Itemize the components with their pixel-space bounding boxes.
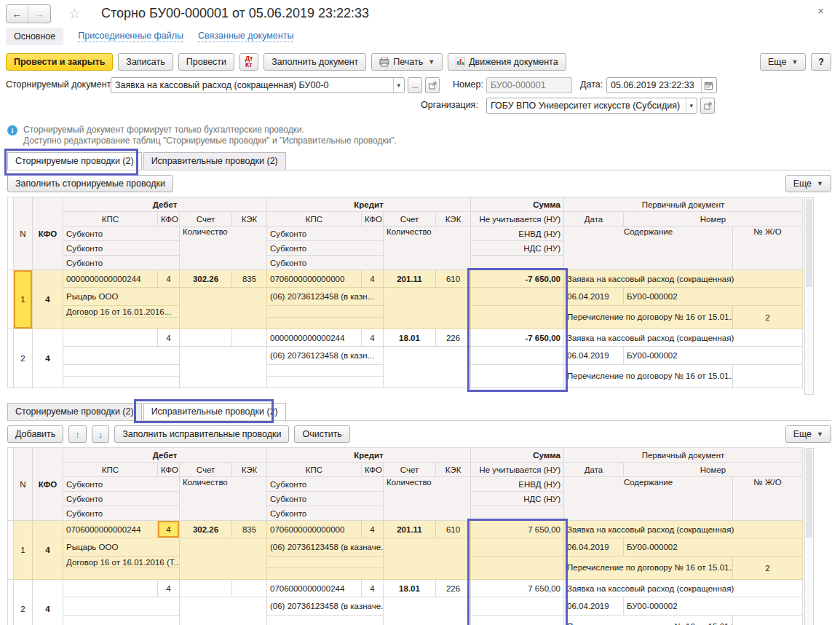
cell-credit-subkonto-3[interactable] (267, 568, 384, 580)
close-icon[interactable]: × (817, 4, 824, 17)
cell-debit-subkonto-3[interactable] (63, 568, 180, 580)
more-button-top[interactable]: Еще▼ (760, 53, 806, 71)
cell-nds[interactable] (471, 365, 564, 388)
row-marker[interactable] (8, 329, 14, 388)
move-down-button[interactable]: ↓ (92, 425, 110, 443)
row-marker[interactable] (8, 580, 14, 625)
open-organization-button[interactable] (700, 98, 715, 114)
cell-envd[interactable] (471, 288, 564, 306)
tab-storno-postings[interactable]: Сторнируемые проводки (2) (7, 152, 142, 170)
cell-content[interactable]: Перечисление по договору № 16 от 15.01.2… (564, 306, 733, 329)
favorite-star-icon[interactable]: ☆ (68, 5, 81, 22)
link-linked-documents[interactable]: Связанные документы (198, 31, 293, 42)
more-button-storno[interactable]: Еще▼ (785, 175, 831, 192)
cell-debit-kfo[interactable]: 4 (158, 580, 180, 597)
cell-sum[interactable]: -7 650,00 (471, 329, 564, 347)
cell-credit-kps[interactable]: 0000000000000244 (267, 329, 362, 347)
cell-sum[interactable]: -7 650,00 (471, 270, 564, 288)
cell-doc-date[interactable]: 06.04.2019 (564, 597, 624, 616)
row-marker[interactable] (8, 521, 14, 580)
cell-credit-subkonto-2[interactable] (267, 365, 384, 377)
cell-credit-kfo[interactable]: 4 (362, 270, 384, 288)
calendar-icon[interactable] (701, 78, 713, 93)
cell-debit-kps[interactable]: 0000000000000244 (63, 270, 158, 288)
cell-debit-qty[interactable] (180, 288, 267, 329)
cell-nds[interactable] (471, 557, 564, 580)
cell-sum[interactable]: 7 650,00 (471, 521, 564, 538)
cell-debit-kek[interactable] (232, 329, 267, 347)
cell-row-number[interactable]: 1 (14, 521, 33, 580)
fill-storno-postings-button[interactable]: Заполнить сторнируемые проводки (7, 175, 173, 192)
cell-doc-number[interactable]: БУ00-000002 (624, 538, 803, 557)
cell-credit-kek[interactable]: 226 (436, 329, 471, 347)
cell-credit-subkonto-3[interactable] (267, 318, 384, 329)
cell-doc-date[interactable]: 06.04.2019 (564, 288, 624, 306)
cell-row-number[interactable]: 1 (14, 270, 33, 329)
table-row[interactable]: 2 4 4 0706000000000244 4 18.01 226 7 650… (8, 580, 803, 597)
cell-doc-name[interactable]: Заявка на кассовый расход (сокращенная) (564, 521, 803, 538)
help-button[interactable]: ? (811, 53, 831, 71)
number-field[interactable]: БУ00-000001 (486, 77, 572, 93)
cell-doc-name[interactable]: Заявка на кассовый расход (сокращенная) (564, 270, 803, 288)
cell-kfo[interactable]: 4 (33, 329, 63, 388)
table-row[interactable]: (06) 20736123458 (в казначе... 06.04.201… (8, 597, 803, 616)
cell-debit-subkonto-2[interactable] (63, 616, 180, 625)
clear-button[interactable]: Очистить (294, 425, 349, 443)
tab-corrective-postings[interactable]: Исправительные проводки (2) (143, 152, 286, 170)
cell-row-number[interactable]: 2 (14, 329, 33, 388)
cell-doc-name[interactable]: Заявка на кассовый расход (сокращенная) (564, 329, 803, 347)
cell-envd[interactable] (471, 347, 564, 365)
open-document-button[interactable] (425, 77, 440, 93)
cell-debit-kps[interactable]: 0706000000000244 (63, 521, 158, 538)
cell-credit-kfo[interactable]: 4 (362, 329, 384, 347)
fill-corrective-postings-button[interactable]: Заполнить исправительные проводки (114, 425, 289, 443)
table-row[interactable]: 1 4 0706000000000244 4 302.26 835 070600… (8, 521, 803, 538)
cell-debit-account[interactable]: 302.26 (180, 521, 232, 538)
tab-storno-postings[interactable]: Сторнируемые проводки (2) (7, 403, 142, 420)
cell-credit-kps[interactable]: 0706000000000244 (267, 580, 362, 597)
cell-nds[interactable] (471, 306, 564, 329)
back-button[interactable]: ← (7, 5, 28, 23)
cell-row-number[interactable]: 2 (14, 580, 33, 625)
cell-credit-kps[interactable]: 0706000000000000 (267, 270, 362, 288)
cell-debit-account[interactable] (180, 329, 232, 347)
cell-doc-date[interactable]: 06.04.2019 (564, 347, 624, 365)
cell-credit-qty[interactable] (384, 288, 471, 329)
cell-credit-kfo[interactable]: 4 (362, 521, 384, 538)
cell-doc-number[interactable]: БУ00-000002 (624, 288, 803, 306)
cell-debit-qty[interactable] (180, 597, 267, 625)
cell-sum[interactable]: 7 650,00 (471, 580, 564, 597)
cell-credit-kps[interactable]: 0706000000000000 (267, 521, 362, 538)
cell-nds[interactable] (471, 616, 564, 625)
cell-credit-subkonto-2[interactable] (267, 306, 384, 318)
chevron-down-icon[interactable]: ▾ (393, 78, 400, 93)
storno-doc-combobox[interactable]: Заявка на кассовый расход (сокращенная) … (111, 77, 405, 93)
dtkt-button[interactable]: ДтКт (239, 53, 258, 71)
cell-credit-qty[interactable] (384, 597, 471, 625)
cell-debit-kfo[interactable]: 4 (158, 521, 180, 538)
cell-credit-kek[interactable]: 610 (436, 521, 471, 538)
cell-credit-kfo[interactable]: 4 (362, 580, 384, 597)
cell-debit-subkonto-1[interactable]: Рыцарь ООО (63, 288, 180, 306)
cell-credit-account[interactable]: 201.11 (384, 521, 436, 538)
cell-debit-account[interactable]: 302.26 (180, 270, 232, 288)
cell-credit-account[interactable]: 18.01 (384, 580, 436, 597)
print-button[interactable]: Печать▼ (371, 53, 443, 71)
date-field[interactable]: 05.06.2019 23:22:33 (606, 77, 717, 93)
cell-debit-kek[interactable]: 835 (232, 521, 267, 538)
cell-jo[interactable]: 2 (733, 306, 803, 329)
cell-credit-qty[interactable] (384, 538, 471, 580)
post-and-close-button[interactable]: Провести и закрыть (6, 53, 113, 71)
cell-jo[interactable] (733, 365, 803, 388)
cell-doc-number[interactable]: БУ00-000002 (624, 597, 803, 616)
vertical-scrollbar[interactable] (804, 197, 814, 395)
cell-debit-subkonto-2[interactable] (63, 365, 180, 377)
cell-debit-account[interactable] (180, 580, 232, 597)
table-row[interactable]: 1 4 0000000000000244 4 302.26 835 070600… (8, 270, 803, 288)
table-row[interactable]: Рыцарь ООО (06) 20736123458 (в казн... 0… (8, 288, 803, 306)
table-row[interactable]: (06) 20736123458 (в казн... 06.04.2019 Б… (8, 347, 803, 365)
cell-credit-account[interactable]: 18.01 (384, 329, 436, 347)
cell-content[interactable]: Перечисление по договору № 16 от 15.01.2… (564, 557, 733, 580)
cell-credit-kek[interactable]: 610 (436, 270, 471, 288)
vertical-scrollbar[interactable] (804, 448, 814, 625)
